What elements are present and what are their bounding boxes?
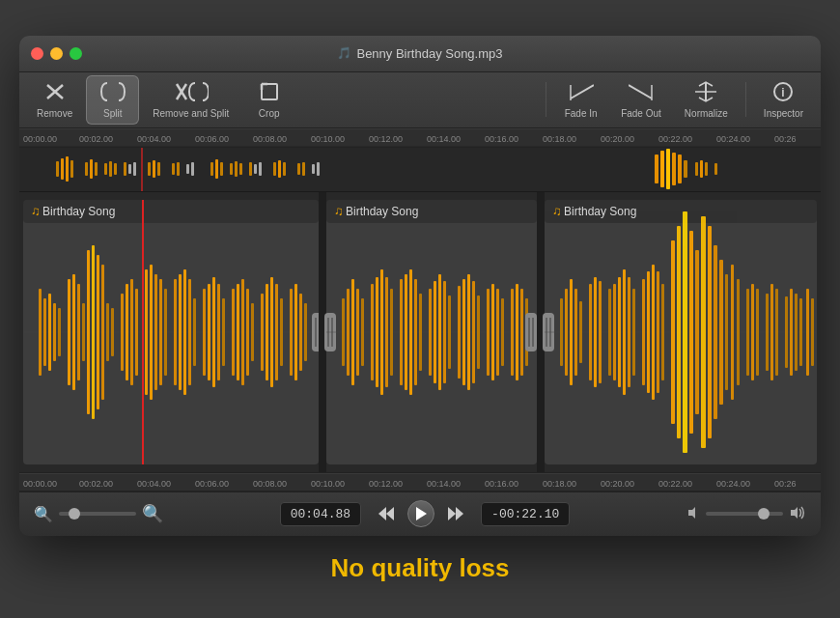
svg-rect-116 bbox=[222, 298, 225, 366]
split-label: Split bbox=[103, 108, 122, 119]
svg-rect-206 bbox=[657, 271, 659, 393]
svg-rect-98 bbox=[121, 294, 124, 371]
fade-in-button[interactable]: Fade In bbox=[554, 76, 607, 124]
svg-rect-156 bbox=[409, 269, 412, 395]
svg-rect-40 bbox=[124, 162, 126, 176]
top-ruler: 00:00.00 00:02.00 00:04.00 00:06.00 00:0… bbox=[19, 128, 821, 148]
svg-text:00:20.00: 00:20.00 bbox=[601, 134, 634, 144]
split-button[interactable]: Split bbox=[86, 75, 139, 125]
svg-rect-113 bbox=[208, 284, 210, 380]
svg-rect-152 bbox=[385, 277, 388, 387]
svg-text:00:08.00: 00:08.00 bbox=[253, 479, 287, 489]
fast-forward-button[interactable] bbox=[442, 500, 469, 527]
svg-text:00:08.00: 00:08.00 bbox=[253, 134, 287, 144]
svg-text:00:18.00: 00:18.00 bbox=[543, 479, 576, 489]
remove-icon bbox=[43, 81, 67, 105]
svg-rect-43 bbox=[148, 162, 151, 176]
svg-rect-103 bbox=[150, 265, 153, 400]
svg-rect-214 bbox=[708, 226, 712, 438]
volume-high-icon bbox=[789, 506, 806, 522]
crop-button[interactable]: Crop bbox=[242, 76, 295, 124]
normalize-button[interactable]: Normalize bbox=[675, 76, 738, 124]
traffic-lights bbox=[31, 47, 82, 60]
svg-rect-54 bbox=[235, 161, 238, 177]
svg-rect-144 bbox=[342, 298, 345, 366]
svg-rect-197 bbox=[608, 289, 611, 376]
svg-text:00:14.00: 00:14.00 bbox=[427, 134, 461, 144]
svg-rect-37 bbox=[104, 163, 107, 175]
remove-and-split-icon bbox=[174, 81, 209, 105]
svg-rect-36 bbox=[95, 162, 98, 176]
zoom-slider[interactable] bbox=[59, 512, 136, 516]
svg-rect-85 bbox=[48, 294, 51, 371]
svg-rect-153 bbox=[390, 289, 393, 376]
close-button[interactable] bbox=[31, 47, 43, 60]
svg-rect-44 bbox=[153, 160, 155, 178]
svg-rect-49 bbox=[191, 162, 194, 176]
window-title: 🎵 Benny Birthday Song.mp3 bbox=[337, 46, 502, 61]
svg-rect-92 bbox=[87, 250, 90, 414]
svg-rect-41 bbox=[128, 164, 131, 174]
svg-text:00:12.00: 00:12.00 bbox=[369, 134, 403, 144]
play-button[interactable] bbox=[407, 500, 434, 527]
svg-rect-210 bbox=[683, 211, 687, 453]
svg-rect-216 bbox=[719, 260, 723, 405]
volume-slider[interactable] bbox=[706, 512, 783, 516]
inspector-button[interactable]: i Inspector bbox=[754, 76, 813, 124]
bottom-ruler: 00:00.00 00:02.00 00:04.00 00:06.00 00:0… bbox=[19, 472, 821, 492]
volume-low-icon bbox=[686, 506, 700, 522]
svg-rect-207 bbox=[661, 284, 664, 380]
svg-rect-215 bbox=[714, 245, 717, 419]
fade-out-button[interactable]: Fade Out bbox=[611, 76, 671, 124]
svg-rect-108 bbox=[179, 274, 182, 390]
svg-rect-88 bbox=[68, 279, 70, 385]
transport-bar: 🔍 🔍 00:04.88 bbox=[19, 492, 821, 536]
svg-rect-118 bbox=[237, 284, 239, 380]
volume-thumb[interactable] bbox=[758, 508, 770, 520]
svg-rect-193 bbox=[579, 301, 582, 363]
svg-text:00:10.00: 00:10.00 bbox=[311, 479, 345, 489]
fade-out-icon bbox=[629, 81, 654, 105]
remove-and-split-button[interactable]: Remove and Split bbox=[143, 76, 238, 124]
svg-marker-249 bbox=[386, 507, 394, 520]
svg-rect-146 bbox=[351, 279, 354, 385]
svg-rect-218 bbox=[731, 265, 734, 400]
svg-rect-196 bbox=[599, 281, 602, 383]
waveform-area: Birthday Song ♫ bbox=[19, 192, 821, 472]
svg-rect-50 bbox=[210, 162, 213, 176]
minimize-button[interactable] bbox=[50, 47, 63, 60]
svg-rect-63 bbox=[302, 162, 305, 176]
svg-rect-166 bbox=[467, 274, 470, 390]
svg-rect-109 bbox=[183, 269, 186, 395]
zoom-in-icon[interactable]: 🔍 bbox=[142, 503, 163, 524]
svg-rect-56 bbox=[249, 162, 252, 176]
svg-rect-229 bbox=[799, 298, 802, 366]
maximize-button[interactable] bbox=[70, 47, 82, 60]
svg-rect-62 bbox=[297, 163, 300, 175]
svg-rect-205 bbox=[652, 265, 655, 400]
svg-rect-223 bbox=[766, 294, 769, 371]
svg-rect-31 bbox=[61, 158, 64, 180]
svg-rect-94 bbox=[97, 255, 99, 409]
remove-button[interactable]: Remove bbox=[27, 76, 82, 124]
svg-rect-219 bbox=[737, 279, 740, 385]
zoom-thumb[interactable] bbox=[69, 508, 80, 520]
main-waveform-svg: Birthday Song ♫ bbox=[19, 192, 821, 472]
svg-rect-227 bbox=[790, 289, 793, 376]
svg-text:00:20.00: 00:20.00 bbox=[601, 479, 634, 489]
svg-rect-72 bbox=[695, 162, 698, 176]
svg-rect-69 bbox=[672, 153, 676, 185]
svg-rect-171 bbox=[496, 289, 499, 376]
svg-rect-84 bbox=[43, 298, 46, 366]
svg-rect-45 bbox=[157, 162, 160, 176]
svg-rect-163 bbox=[448, 295, 451, 369]
svg-rect-75 bbox=[714, 163, 717, 175]
svg-text:00:26: 00:26 bbox=[774, 134, 797, 144]
file-icon: 🎵 bbox=[337, 46, 351, 60]
svg-rect-38 bbox=[109, 161, 112, 177]
svg-rect-129 bbox=[299, 294, 302, 371]
zoom-out-icon[interactable]: 🔍 bbox=[34, 505, 53, 523]
volume-control bbox=[686, 506, 806, 522]
rewind-button[interactable] bbox=[373, 500, 400, 527]
svg-rect-124 bbox=[270, 277, 273, 387]
